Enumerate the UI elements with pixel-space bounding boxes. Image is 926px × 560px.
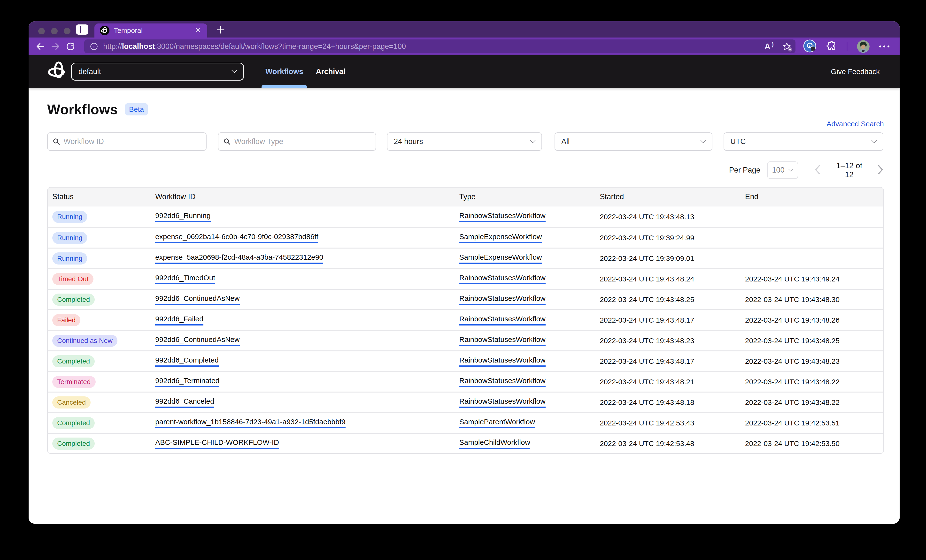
workflow-type-link[interactable]: RainbowStatusesWorkflow: [459, 274, 545, 284]
workflow-type-cell: RainbowStatusesWorkflow: [454, 350, 595, 371]
workflow-type-cell: RainbowStatusesWorkflow: [454, 330, 595, 350]
workflow-type-link[interactable]: SampleExpenseWorkflow: [459, 232, 542, 243]
browser-menu-icon[interactable]: [879, 45, 890, 47]
workflow-id-link[interactable]: 992dd6_ContinuedAsNew: [155, 294, 240, 305]
namespace-select[interactable]: default: [71, 63, 244, 81]
profile-avatar[interactable]: [857, 40, 870, 53]
workflow-id-link[interactable]: ABC-SIMPLE-CHILD-WORKFLOW-ID: [155, 438, 279, 449]
give-feedback-link[interactable]: Give Feedback: [831, 68, 880, 76]
active-tab-indicator: [262, 85, 307, 88]
workflow-id-cell: 992dd6_Completed: [151, 350, 454, 371]
workflow-type-link[interactable]: SampleChildWorkflow: [459, 438, 530, 449]
workflow-id-link[interactable]: expense_5aa20698-f2cd-48a4-a3ba-74582231…: [155, 253, 323, 264]
workflow-id-cell: 992dd6_Terminated: [151, 371, 454, 392]
workflow-id-cell: 992dd6_TimedOut: [151, 268, 454, 289]
workflow-id-cell: ABC-SIMPLE-CHILD-WORKFLOW-ID: [151, 433, 454, 453]
end-cell: 2022-03-24 UTC 19:43:48.25: [740, 330, 884, 350]
back-button[interactable]: [33, 39, 48, 54]
site-info-icon[interactable]: [89, 42, 98, 51]
workflow-id-cell: expense_0692ba14-6c0b-4c70-9f0c-029387bd…: [151, 227, 454, 248]
namespace-value: default: [79, 67, 101, 76]
chevron-down-icon: [530, 140, 536, 143]
workflow-type-cell: RainbowStatusesWorkflow: [454, 392, 595, 412]
minimize-window-button[interactable]: [51, 28, 57, 34]
traffic-lights[interactable]: [38, 28, 71, 34]
table-row: Runningexpense_0692ba14-6c0b-4c70-9f0c-0…: [48, 227, 884, 248]
workflow-id-link[interactable]: parent-workflow_1b158846-7d23-49a1-a932-…: [155, 418, 345, 428]
tab-panel-icon[interactable]: [76, 24, 88, 35]
temporal-logo[interactable]: [48, 62, 67, 82]
status-filter-select[interactable]: All: [555, 132, 713, 151]
table-row: Completed992dd6_ContinuedAsNewRainbowSta…: [48, 289, 884, 309]
end-cell: 2022-03-24 UTC 19:43:48.30: [740, 289, 884, 309]
table-row: Completed992dd6_CompletedRainbowStatuses…: [48, 350, 884, 371]
read-aloud-icon[interactable]: A): [764, 42, 774, 51]
status-badge: Failed: [52, 314, 80, 326]
workflow-type-cell: RainbowStatusesWorkflow: [454, 207, 595, 227]
end-cell: [740, 207, 884, 227]
tab-close-icon[interactable]: [194, 26, 202, 35]
zoom-window-button[interactable]: [64, 28, 71, 34]
workflow-type-input[interactable]: [234, 137, 371, 146]
advanced-search-link[interactable]: Advanced Search: [826, 120, 884, 128]
table-row: Runningexpense_5aa20698-f2cd-48a4-a3ba-7…: [48, 248, 884, 268]
workflow-type-link[interactable]: RainbowStatusesWorkflow: [459, 211, 545, 222]
workflow-type-link[interactable]: SampleParentWorkflow: [459, 418, 535, 428]
status-badge: Completed: [52, 355, 95, 367]
workflow-type-link[interactable]: RainbowStatusesWorkflow: [459, 294, 545, 305]
started-cell: 2022-03-24 UTC 19:43:48.13: [595, 207, 740, 227]
status-cell: Completed: [48, 289, 151, 309]
table-row: Continued as New992dd6_ContinuedAsNewRai…: [48, 330, 884, 350]
started-cell: 2022-03-24 UTC 19:42:53.48: [595, 433, 740, 453]
page-title: Workflows: [47, 101, 118, 118]
workflow-id-link[interactable]: 992dd6_Terminated: [155, 377, 219, 387]
workflow-id-link[interactable]: 992dd6_ContinuedAsNew: [155, 335, 240, 346]
header-type: Type: [454, 187, 595, 207]
workflow-id-link[interactable]: 992dd6_Running: [155, 211, 211, 222]
per-page-select[interactable]: 100: [767, 162, 798, 179]
browser-tab[interactable]: Temporal: [94, 24, 207, 38]
time-range-select[interactable]: 24 hours: [387, 132, 542, 151]
workflow-id-link[interactable]: 992dd6_Failed: [155, 315, 203, 326]
workflow-id-filter[interactable]: [47, 132, 207, 151]
status-badge: Running: [52, 252, 87, 264]
forward-button[interactable]: [48, 39, 63, 54]
status-cell: Completed: [48, 433, 151, 453]
password-manager-icon[interactable]: [803, 39, 816, 53]
workflow-type-link[interactable]: RainbowStatusesWorkflow: [459, 356, 545, 367]
app-navbar: default Workflows Archival Give Feedback: [29, 55, 900, 88]
status-cell: Running: [48, 207, 151, 227]
browser-toolbar: http://localhost:3000/namespaces/default…: [29, 38, 900, 55]
extensions-icon[interactable]: [826, 41, 837, 53]
workflow-type-link[interactable]: RainbowStatusesWorkflow: [459, 335, 545, 346]
next-page-icon[interactable]: [877, 165, 884, 175]
workflow-id-cell: 992dd6_Running: [151, 207, 454, 227]
end-cell: 2022-03-24 UTC 19:43:48.22: [740, 371, 884, 392]
status-cell: Completed: [48, 350, 151, 371]
workflow-type-link[interactable]: RainbowStatusesWorkflow: [459, 397, 545, 408]
new-tab-button[interactable]: [215, 25, 226, 36]
workflow-type-link[interactable]: SampleExpenseWorkflow: [459, 253, 542, 264]
tab-workflows[interactable]: Workflows: [262, 55, 307, 88]
started-cell: 2022-03-24 UTC 19:39:09.01: [595, 248, 740, 268]
workflow-id-link[interactable]: 992dd6_Completed: [155, 356, 219, 367]
workflow-id-input[interactable]: [64, 137, 201, 146]
workflow-type-link[interactable]: RainbowStatusesWorkflow: [459, 377, 545, 387]
reload-button[interactable]: [63, 39, 78, 54]
add-favorite-icon[interactable]: [782, 42, 791, 51]
workflow-id-link[interactable]: 992dd6_Canceled: [155, 397, 214, 408]
workflow-type-filter[interactable]: [218, 132, 376, 151]
timezone-select[interactable]: UTC: [723, 132, 884, 151]
address-bar[interactable]: http://localhost:3000/namespaces/default…: [84, 39, 796, 53]
previous-page-icon[interactable]: [814, 165, 821, 175]
workflow-type-link[interactable]: RainbowStatusesWorkflow: [459, 315, 545, 326]
tab-archival[interactable]: Archival: [312, 55, 349, 88]
table-row: Running992dd6_RunningRainbowStatusesWork…: [48, 207, 884, 227]
workflow-id-link[interactable]: 992dd6_TimedOut: [155, 274, 215, 284]
started-cell: 2022-03-24 UTC 19:43:48.17: [595, 350, 740, 371]
close-window-button[interactable]: [38, 28, 45, 34]
workflow-type-cell: RainbowStatusesWorkflow: [454, 268, 595, 289]
workflow-type-cell: SampleParentWorkflow: [454, 412, 595, 433]
workflow-id-link[interactable]: expense_0692ba14-6c0b-4c70-9f0c-029387bd…: [155, 232, 318, 243]
status-badge: Continued as New: [52, 335, 118, 347]
